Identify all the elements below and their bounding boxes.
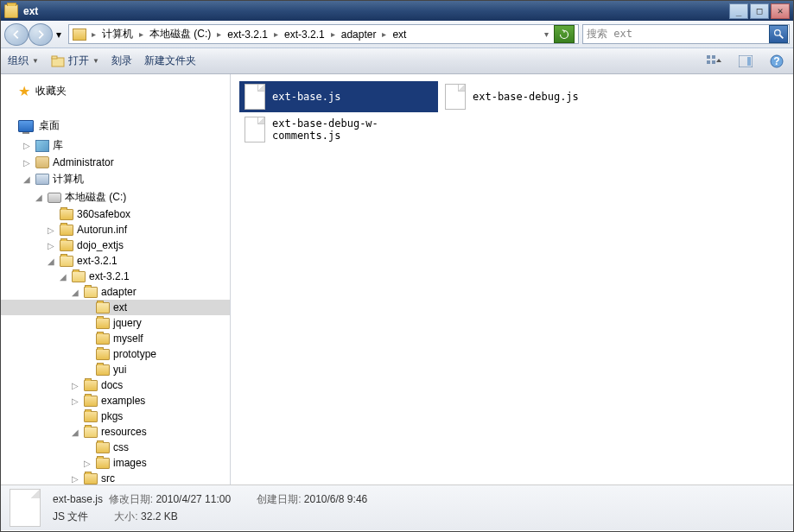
chevron-right-icon[interactable]: ▸ [380,29,388,39]
tree-item[interactable]: ◢ext-3.2.1 [1,269,230,284]
desktop-section[interactable]: 桌面 [1,115,230,136]
tree-item[interactable]: ◢adapter [1,284,230,300]
svg-text:?: ? [773,55,779,67]
expand-toggle[interactable]: ▷ [22,141,32,151]
chevron-right-icon[interactable]: ▸ [137,29,145,39]
tree-item[interactable]: ▷prototype [1,346,230,362]
collapse-toggle[interactable]: ◢ [22,174,32,185]
file-label: ext-base.js [272,91,340,103]
close-button[interactable]: ✕ [771,3,790,19]
chevron-down-icon[interactable]: ▾ [543,29,550,39]
computer-icon [35,174,49,185]
tree-item-ext[interactable]: ▷ext [1,300,230,315]
search-box[interactable] [582,24,790,44]
favorites-section[interactable]: ★ 收藏夹 [1,79,230,103]
preview-pane-button[interactable] [736,52,755,71]
tree-item[interactable]: ▷docs [1,377,230,393]
tree-item[interactable]: ▷css [1,440,230,455]
tree-item[interactable]: ▷pkgs [1,408,230,424]
open-menu[interactable]: 打开▼ [51,54,99,68]
refresh-button[interactable] [554,25,575,43]
collapse-toggle[interactable]: ◢ [46,256,56,266]
detail-created: 2010/6/8 9:46 [304,493,367,505]
collapse-toggle[interactable]: ◢ [58,271,68,282]
tree-label: 计算机 [53,172,84,187]
address-bar[interactable]: ▸ 计算机 ▸ 本地磁盘 (C:) ▸ ext-3.2.1 ▸ ext-3.2.… [68,24,579,44]
expand-toggle[interactable]: ▷ [22,157,32,168]
navigation-bar: ▾ ▸ 计算机 ▸ 本地磁盘 (C:) ▸ ext-3.2.1 ▸ ext-3.… [1,21,793,48]
crumb-disk[interactable]: 本地磁盘 (C:) [147,26,213,42]
tree-item[interactable]: ◢resources [1,424,230,440]
tree-label: ext-3.2.1 [77,255,118,267]
folder-icon [96,442,110,453]
file-icon [245,117,265,142]
file-item[interactable]: ext-base.js [239,81,438,112]
tree-item-computer[interactable]: ◢计算机 [1,170,230,188]
tree-item[interactable]: ▷examples [1,393,230,408]
user-icon [35,156,49,168]
collapse-toggle[interactable]: ◢ [70,287,80,297]
expand-toggle[interactable]: ▷ [70,473,80,484]
collapse-toggle[interactable]: ◢ [34,193,44,203]
tree-item[interactable]: ◢ext-3.2.1 [1,253,230,269]
chevron-right-icon[interactable]: ▸ [329,29,337,39]
new-folder-label: 新建文件夹 [144,54,196,68]
arrow-left-icon [10,28,22,41]
navigation-tree[interactable]: ★ 收藏夹 桌面 ▷库 ▷Administrator ◢计算机 ◢本地磁盘 (C… [1,74,231,484]
forward-button[interactable] [29,23,53,46]
file-item[interactable]: ext-base-debug.js [440,81,638,112]
view-options-button[interactable] [705,52,724,71]
file-item[interactable]: ext-base-debug-w-comments.js [239,114,438,145]
file-list-pane[interactable]: ext-base.js ext-base-debug.js ext-base-d… [231,74,793,484]
nav-history-dropdown[interactable]: ▾ [53,23,65,46]
tree-label: docs [101,379,123,391]
search-input[interactable] [587,28,769,41]
favorites-label: 收藏夹 [35,84,67,98]
view-icon [707,55,722,67]
tree-item-disk-c[interactable]: ◢本地磁盘 (C:) [1,188,230,206]
crumb-folder[interactable]: ext [390,28,409,41]
expand-toggle[interactable]: ▷ [70,380,80,390]
tree-item-libraries[interactable]: ▷库 [1,136,230,155]
crumb-computer[interactable]: 计算机 [99,26,136,42]
tree-label: ext-3.2.1 [89,270,130,282]
detail-modified: 2010/4/27 11:00 [156,493,231,505]
tree-item[interactable]: ▷src [1,471,230,484]
collapse-toggle[interactable]: ◢ [70,427,80,437]
chevron-right-icon[interactable]: ▸ [90,29,98,39]
expand-toggle[interactable]: ▷ [46,240,56,250]
organize-menu[interactable]: 组织▼ [8,54,39,68]
chevron-right-icon[interactable]: ▸ [272,29,280,39]
tree-item[interactable]: ▷jquery [1,315,230,331]
tree-item[interactable]: ▷myself [1,331,230,346]
expand-toggle[interactable]: ▷ [70,396,80,406]
crumb-folder[interactable]: ext-3.2.1 [282,28,327,41]
chevron-right-icon[interactable]: ▸ [215,29,223,39]
tree-label: dojo_extjs [77,239,124,251]
tree-item[interactable]: ▷360safebox [1,206,230,222]
window-title: ext [23,5,729,17]
folder-icon [96,318,110,329]
tree-item[interactable]: ▷dojo_extjs [1,238,230,253]
maximize-button[interactable]: □ [750,3,769,19]
search-button[interactable] [769,25,788,43]
expand-toggle[interactable]: ▷ [82,458,92,468]
folder-open-icon [60,256,73,267]
window-titlebar: ext _ □ ✕ [1,1,793,21]
tree-item[interactable]: ▷images [1,455,230,471]
folder-icon [60,225,73,236]
crumb-folder[interactable]: ext-3.2.1 [225,28,270,41]
folder-open-icon [84,287,98,298]
crumb-folder[interactable]: adapter [339,28,379,41]
folder-icon [60,240,73,251]
tree-item-admin[interactable]: ▷Administrator [1,155,230,170]
back-button[interactable] [4,23,29,46]
burn-button[interactable]: 刻录 [111,54,132,68]
minimize-button[interactable]: _ [729,3,748,19]
help-button[interactable]: ? [767,52,786,71]
tree-item[interactable]: ▷yui [1,362,230,377]
tree-item[interactable]: ▷Autorun.inf [1,222,230,238]
tree-label: yui [113,364,126,376]
expand-toggle[interactable]: ▷ [46,225,56,235]
new-folder-button[interactable]: 新建文件夹 [144,54,196,68]
